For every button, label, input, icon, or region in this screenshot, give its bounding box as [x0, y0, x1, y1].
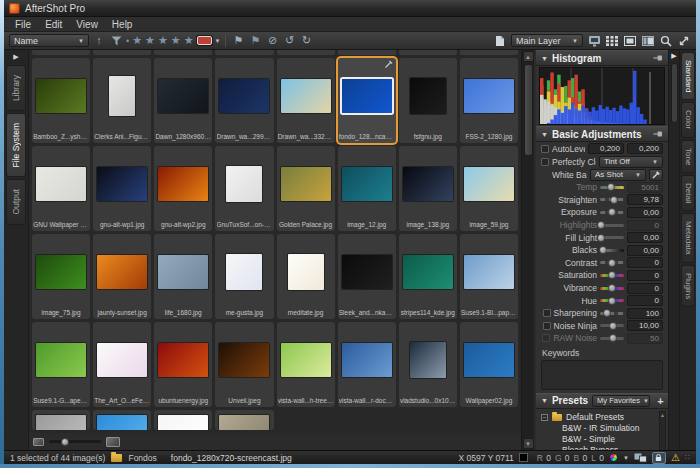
thumbnail-fsfgnu-jpg[interactable]: fsfgnu.jpg [399, 58, 457, 143]
rotate-left-icon[interactable]: ↺ [282, 34, 296, 48]
saturation-slider-handle[interactable] [608, 271, 616, 279]
pin-icon[interactable] [653, 53, 663, 63]
color-management-icon[interactable] [609, 453, 618, 462]
single-image-view-icon[interactable] [623, 34, 637, 48]
noise-ninja-checkbox[interactable] [543, 322, 551, 330]
thumbnail-the-art-o-efear-jpg[interactable]: The_Art_O...eFear.jpg [93, 322, 151, 407]
thumbnail-suse9-1-bl-papers-jpg[interactable]: Suse9.1-Bl...papers.jpg [460, 234, 518, 319]
contrast-slider-handle[interactable] [608, 259, 616, 267]
preset-folder-default-presets[interactable]: −Default Presets [541, 412, 658, 423]
thumbnail-fondo-128-ncast-jpg[interactable]: fondo_128...ncast.jpg [338, 58, 396, 143]
chevron-down-icon[interactable]: ▼ [623, 455, 629, 461]
combined-view-icon[interactable] [641, 34, 655, 48]
straighten-slider-handle[interactable] [610, 196, 618, 204]
thumbnail-clerks-ani-figure-jpg[interactable]: Clerks Ani...Figure.jpg [93, 58, 151, 143]
temp-value[interactable]: 5001 [627, 182, 663, 193]
thumbnail-meditate-jpg[interactable]: meditate.jpg [277, 234, 335, 319]
tab-standard[interactable]: Standard [681, 52, 695, 100]
thumbnail-partial[interactable] [154, 410, 212, 430]
vibrance-value[interactable]: 0 [627, 283, 663, 294]
perfectly-clear-checkbox[interactable] [541, 158, 549, 166]
thumbnail-me-gusta-jpg[interactable]: me-gusta.jpg [215, 234, 273, 319]
sort-field-dropdown[interactable]: Name ▼ [9, 34, 89, 47]
keywords-input[interactable] [541, 360, 663, 390]
straighten-slider[interactable] [600, 198, 624, 201]
raw-noise-value[interactable]: 50 [627, 333, 663, 344]
thumbnail-bamboo-z-ysha-jpg[interactable]: Bamboo_Z...ysha.jpg [32, 58, 90, 143]
white-balance-dropdown[interactable]: As Shot ▼ [590, 169, 646, 181]
collapse-triangle-icon[interactable]: ▼ [541, 55, 548, 62]
filter-funnel-icon[interactable] [109, 34, 123, 48]
rating-none-icon[interactable]: • [126, 36, 129, 46]
menu-view[interactable]: View [69, 19, 105, 30]
scroll-up-icon[interactable]: ▲ [523, 51, 534, 62]
temp-slider[interactable] [600, 186, 624, 189]
pin-icon[interactable] [653, 129, 663, 139]
thumbnail-drawn-wa-299-jpg[interactable]: Drawn_wa...299_.jpg [215, 58, 273, 143]
reject-icon[interactable]: ⊘ [265, 34, 279, 48]
menu-file[interactable]: File [8, 19, 38, 30]
tab-detail[interactable]: Detail [681, 175, 695, 211]
raw-noise-checkbox[interactable] [542, 334, 550, 342]
collapse-triangle-icon[interactable]: ▼ [541, 397, 548, 404]
right-panel-scrollbar[interactable]: ▶ [668, 50, 679, 450]
raw-noise-slider[interactable] [600, 337, 624, 340]
blacks-slider-handle[interactable] [599, 246, 607, 254]
thumbnail-sleek-and-nkahn-jpg[interactable]: Sleek_and...nkahn.jpg [338, 234, 396, 319]
dual-monitor-icon[interactable] [634, 453, 647, 463]
thumbnail-vista-wall-r-dock-jpg[interactable]: vista-wall...r-dock.jpg [338, 322, 396, 407]
thumbnail-partial[interactable] [93, 410, 151, 430]
collapse-triangle-icon[interactable]: ▼ [541, 131, 548, 138]
autolevel-value-1[interactable]: 0,200 [588, 143, 624, 154]
thumbnail-unveil-jpeg[interactable]: Unveil.jpeg [215, 322, 273, 407]
tab-library[interactable]: Library [6, 65, 26, 111]
highlights-value[interactable]: 0 [627, 220, 663, 231]
fill-light-slider[interactable] [600, 236, 624, 239]
color-label-swatch[interactable] [197, 36, 212, 45]
hue-slider-handle[interactable] [608, 297, 616, 305]
basic-adjustments-header[interactable]: ▼ Basic Adjustments [536, 126, 668, 142]
collapse-box-icon[interactable]: − [541, 414, 548, 421]
contrast-slider[interactable] [600, 261, 624, 264]
thumbnail-size-slider[interactable] [49, 440, 101, 443]
noise-ninja-value[interactable]: 10,00 [627, 320, 663, 331]
thumbnail-vladstudio-0x1024-jpg[interactable]: vladstudio...0x1024.jpg [399, 322, 457, 407]
fit-zoom-diagonal-icon[interactable] [677, 34, 691, 48]
sharpening-slider-handle[interactable] [603, 309, 611, 317]
raw-noise-slider-handle[interactable] [609, 334, 617, 342]
perfectly-clear-dropdown[interactable]: Tint Off ▼ [599, 156, 663, 168]
thumbnail-partial[interactable] [215, 410, 273, 430]
star-4-icon[interactable]: ★ [171, 34, 181, 47]
current-folder[interactable]: Fondos [128, 453, 156, 463]
layers-page-icon[interactable] [493, 34, 507, 48]
rotate-right-icon[interactable]: ↻ [299, 34, 313, 48]
hue-slider[interactable] [600, 299, 624, 302]
star-2-icon[interactable]: ★ [145, 34, 155, 47]
thumbnail-vista-wall-h-tree-jpg[interactable]: vista-wall...h-tree.jpg [277, 322, 335, 407]
thumbnail-fss-2-1280-jpg[interactable]: FSS-2_1280.jpg [460, 58, 518, 143]
eyedropper-icon[interactable] [649, 169, 663, 181]
tab-tone[interactable]: Tone [681, 140, 695, 173]
highlights-slider[interactable] [600, 224, 624, 227]
blacks-value[interactable]: 0,00 [627, 245, 663, 256]
sort-direction-icon[interactable]: ↑ [92, 34, 106, 48]
scroll-down-icon[interactable]: ▼ [523, 438, 534, 449]
sharpening-value[interactable]: 100 [627, 308, 663, 319]
thumbnail-gnutuxsof-on-v1-jpg[interactable]: GnuTuxSof...on-v1.jpg [215, 146, 273, 231]
thumbnail-wallpaper02-jpg[interactable]: Wallpaper02.jpg [460, 322, 518, 407]
flag-pick-icon[interactable]: ⚑ [231, 34, 245, 48]
preset-item-b-w-simple[interactable]: B&W - Simple [541, 433, 658, 444]
vibrance-slider-handle[interactable] [608, 284, 616, 292]
thumbnail-stripes114-kde-jpg[interactable]: stripes114_kde.jpg [399, 234, 457, 319]
small-thumbnail-icon[interactable] [33, 438, 44, 446]
scroll-up-icon[interactable]: ▲ [660, 412, 665, 418]
slideshow-monitor-icon[interactable] [587, 34, 601, 48]
presets-favorites-dropdown[interactable]: My Favorites ▼ [592, 395, 650, 407]
star-3-icon[interactable]: ★ [158, 34, 168, 47]
saturation-slider[interactable] [600, 274, 624, 277]
lock-icon[interactable] [652, 452, 666, 464]
thumbnail-view-icon[interactable] [605, 34, 619, 48]
thumbnail-image-12-jpg[interactable]: image_12.jpg [338, 146, 396, 231]
thumbnail-size-handle[interactable] [61, 438, 69, 446]
warning-icon[interactable]: ⚠ [671, 453, 680, 463]
